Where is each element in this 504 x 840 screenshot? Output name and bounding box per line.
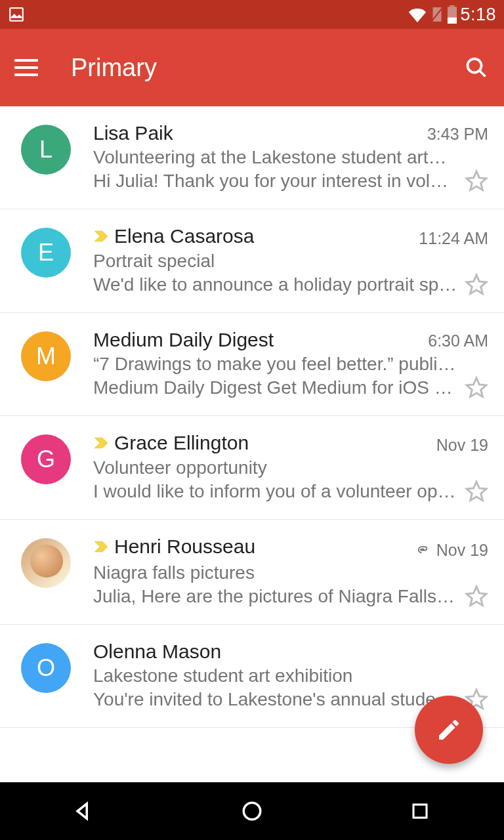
app-bar: Primary xyxy=(0,29,504,106)
email-content: Henri RousseauNov 19Niagra falls picture… xyxy=(93,536,488,608)
subject: Niagra falls pictures xyxy=(93,562,488,583)
image-icon xyxy=(8,6,25,23)
important-icon[interactable] xyxy=(93,228,109,244)
timestamp: 11:24 AM xyxy=(419,229,488,248)
email-content: Medium Daily Digest6:30 AM“7 Drawings to… xyxy=(93,329,488,400)
home-icon xyxy=(241,800,263,822)
status-right: 5:18 xyxy=(408,5,496,25)
wifi-icon xyxy=(408,7,427,22)
email-list: LLisa Paik3:43 PMVolunteering at the Lak… xyxy=(0,106,504,728)
subject: Portrait special xyxy=(93,251,488,272)
status-time: 5:18 xyxy=(460,5,496,25)
timestamp: 6:30 AM xyxy=(428,331,488,350)
svg-rect-8 xyxy=(413,805,427,818)
email-item[interactable]: GGrace EllingtonNov 19Volunteer opportun… xyxy=(0,416,504,520)
email-item[interactable]: EElena Casarosa11:24 AMPortrait specialW… xyxy=(0,209,504,313)
email-content: Olenna MasonLakestone student art exhibi… xyxy=(93,640,488,711)
subject: Lakestone student art exhibition xyxy=(93,665,488,686)
status-bar: 5:18 xyxy=(0,0,504,29)
important-icon[interactable] xyxy=(93,435,109,451)
svg-rect-0 xyxy=(10,8,23,21)
recents-icon xyxy=(410,801,430,821)
subject: “7 Drawings to make you feel better.” pu… xyxy=(93,354,488,375)
svg-line-6 xyxy=(480,71,486,77)
snippet: Medium Daily Digest Get Medium for iOS o… xyxy=(93,377,458,398)
subject: Volunteer opportunity xyxy=(93,457,488,478)
pencil-icon xyxy=(436,717,462,743)
email-content: Grace EllingtonNov 19Volunteer opportuni… xyxy=(93,432,488,503)
sender-name: Olenna Mason xyxy=(93,640,221,663)
navigation-bar xyxy=(0,782,504,840)
email-item[interactable]: MMedium Daily Digest6:30 AM“7 Drawings t… xyxy=(0,313,504,416)
svg-point-5 xyxy=(468,59,482,73)
star-button[interactable] xyxy=(465,480,488,503)
avatar[interactable] xyxy=(21,538,71,588)
avatar[interactable]: L xyxy=(21,125,71,175)
snippet: You're invited to Lakestone's annual stu… xyxy=(93,689,458,710)
no-sim-icon xyxy=(430,6,444,23)
email-content: Elena Casarosa11:24 AMPortrait specialWe… xyxy=(93,225,488,297)
snippet: Julia, Here are the pictures of Niagra F… xyxy=(93,586,458,607)
avatar[interactable]: E xyxy=(21,228,71,278)
email-item[interactable]: Henri RousseauNov 19Niagra falls picture… xyxy=(0,520,504,625)
battery-icon xyxy=(447,5,457,24)
page-title: Primary xyxy=(71,54,463,82)
compose-button[interactable] xyxy=(415,696,483,764)
star-button[interactable] xyxy=(465,169,488,193)
sender-name: Lisa Paik xyxy=(93,122,173,144)
snippet: I would like to inform you of a voluntee… xyxy=(93,481,458,502)
sender-name: Medium Daily Digest xyxy=(93,329,274,351)
back-button[interactable] xyxy=(71,798,97,824)
home-button[interactable] xyxy=(239,798,265,824)
timestamp: Nov 19 xyxy=(436,436,488,455)
svg-point-7 xyxy=(243,803,261,820)
subject: Volunteering at the Lakestone student ar… xyxy=(93,147,488,168)
important-icon[interactable] xyxy=(93,539,109,555)
search-icon xyxy=(465,56,488,79)
star-button[interactable] xyxy=(465,273,488,297)
star-button[interactable] xyxy=(465,585,488,608)
back-icon xyxy=(73,800,95,822)
recents-button[interactable] xyxy=(407,798,433,824)
sender-name: Elena Casarosa xyxy=(114,225,254,247)
sender-name: Henri Rousseau xyxy=(114,536,255,558)
status-left xyxy=(8,6,25,23)
svg-rect-4 xyxy=(450,5,455,7)
timestamp: Nov 19 xyxy=(436,541,488,560)
avatar[interactable]: O xyxy=(21,643,71,693)
snippet: Hi Julia! Thank you for your interest in… xyxy=(93,171,458,192)
star-button[interactable] xyxy=(465,376,488,400)
avatar[interactable]: G xyxy=(21,434,71,484)
svg-rect-3 xyxy=(448,18,457,24)
sender-name: Grace Ellington xyxy=(114,432,249,454)
attachment-icon xyxy=(410,540,430,560)
menu-button[interactable] xyxy=(14,59,38,76)
email-item[interactable]: LLisa Paik3:43 PMVolunteering at the Lak… xyxy=(0,106,504,209)
search-button[interactable] xyxy=(463,54,490,81)
snippet: We'd like to announce a holiday portrait… xyxy=(93,274,458,295)
timestamp: 3:43 PM xyxy=(427,125,488,144)
email-content: Lisa Paik3:43 PMVolunteering at the Lake… xyxy=(93,122,488,193)
avatar[interactable]: M xyxy=(21,331,71,381)
